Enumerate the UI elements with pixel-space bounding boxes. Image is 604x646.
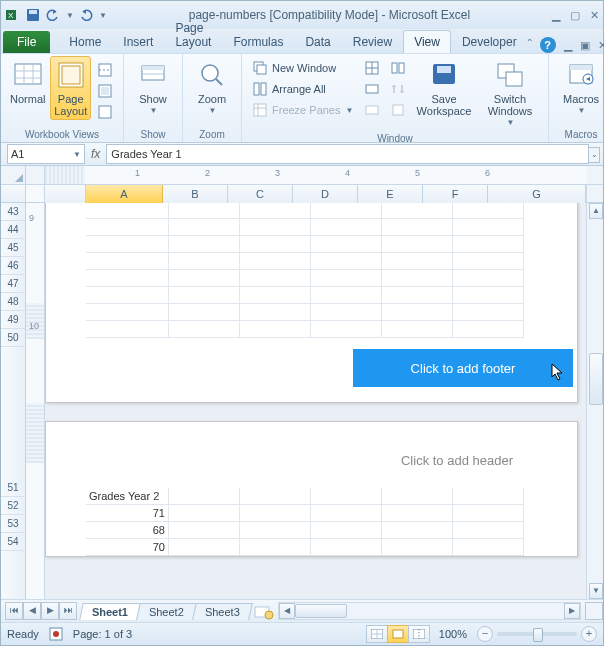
zoom-in-button[interactable]: + [581,626,597,642]
tab-page-layout[interactable]: Page Layout [164,16,222,53]
undo-dropdown-icon[interactable]: ▼ [66,11,74,20]
cell[interactable]: 71 [86,505,169,522]
zoom-out-button[interactable]: − [477,626,493,642]
undo-icon[interactable] [45,7,61,23]
full-screen-button[interactable] [93,102,117,122]
scroll-left-icon[interactable]: ◀ [279,603,295,619]
row-header[interactable]: 50 [1,329,25,347]
sheet-nav-first-icon[interactable]: ⏮ [5,602,23,620]
doc-restore-icon[interactable]: ▣ [580,39,590,52]
new-window-button[interactable]: New Window [248,58,358,78]
scroll-up-icon[interactable]: ▲ [589,203,603,219]
row-header[interactable]: 53 [1,515,25,533]
row-header[interactable]: 48 [1,293,25,311]
scroll-down-icon[interactable]: ▼ [589,583,603,599]
tab-insert[interactable]: Insert [112,30,164,53]
row-header[interactable]: 51 [1,479,25,497]
tab-view[interactable]: View [403,30,451,53]
sheet-nav-prev-icon[interactable]: ◀ [23,602,41,620]
row-header[interactable]: 49 [1,311,25,329]
cell[interactable]: Grades Year 2 [86,488,169,505]
macros-button[interactable]: Macros ▼ [555,56,604,120]
redo-icon[interactable] [78,7,94,23]
zoom-thumb[interactable] [533,628,543,642]
help-icon[interactable]: ? [540,37,556,53]
minimize-icon[interactable]: ▁ [552,9,560,22]
save-icon[interactable] [25,7,41,23]
formula-bar-expand-icon[interactable]: ⌄ [588,147,600,163]
column-header-e[interactable]: E [358,185,423,203]
grid-page1[interactable] [86,203,537,338]
sheet-tab-1[interactable]: Sheet1 [79,603,141,620]
maximize-icon[interactable]: ▢ [570,9,580,22]
page-layout-view-button[interactable]: Page Layout [50,56,91,120]
vertical-scrollbar[interactable]: ▲ ▼ [586,203,603,599]
row-header[interactable]: 44 [1,221,25,239]
column-header-c[interactable]: C [228,185,293,203]
view-side-by-side-button[interactable] [386,58,410,78]
macro-record-icon[interactable] [49,627,63,641]
grid-page2[interactable]: Grades Year 2 71 68 70 [86,488,537,556]
row-header[interactable]: 46 [1,257,25,275]
horizontal-ruler[interactable]: 1 2 3 4 5 6 [45,166,587,185]
row-header[interactable]: 45 [1,239,25,257]
scroll-right-icon[interactable]: ▶ [564,603,580,619]
column-header-f[interactable]: F [423,185,488,203]
sheet-tab-3[interactable]: Sheet3 [192,603,252,620]
name-box[interactable]: A1 ▼ [7,144,85,164]
tab-home[interactable]: Home [58,30,112,53]
doc-close-icon[interactable]: ✕ [598,39,604,52]
normal-view-shortcut[interactable] [366,625,388,643]
sheet-tab-2[interactable]: Sheet2 [136,603,196,620]
row-header[interactable]: 54 [1,533,25,551]
column-header-b[interactable]: B [163,185,228,203]
column-header-a[interactable]: A [86,185,163,203]
zoom-button[interactable]: Zoom ▼ [189,56,235,120]
normal-view-button[interactable]: Normal [7,56,48,108]
switch-windows-button[interactable]: Switch Windows ▼ [478,56,542,132]
page-layout-shortcut[interactable] [387,625,409,643]
sheet-nav-last-icon[interactable]: ⏭ [59,602,77,620]
horizontal-scrollbar[interactable]: ◀ ▶ [278,602,581,620]
new-sheet-icon[interactable] [254,606,274,620]
name-box-dropdown-icon[interactable]: ▼ [73,150,81,159]
reset-window-position-button[interactable] [386,100,410,120]
split-button[interactable] [360,58,384,78]
column-header-d[interactable]: D [293,185,358,203]
custom-views-button[interactable] [93,81,117,101]
cell[interactable]: 68 [86,522,169,539]
hide-button[interactable] [360,79,384,99]
tab-data[interactable]: Data [294,30,341,53]
sheet-nav-next-icon[interactable]: ▶ [41,602,59,620]
select-all-button[interactable] [1,166,26,184]
row-header[interactable]: 47 [1,275,25,293]
tab-developer[interactable]: Developer [451,30,528,53]
show-button[interactable]: Show ▼ [130,56,176,120]
page-break-preview-shortcut[interactable] [408,625,430,643]
arrange-all-button[interactable]: Arrange All [248,79,358,99]
tab-formulas[interactable]: Formulas [222,30,294,53]
row-header[interactable]: 43 [1,203,25,221]
zoom-percent[interactable]: 100% [439,628,467,640]
save-workspace-button[interactable]: Save Workspace [412,56,476,120]
freeze-panes-button[interactable]: Freeze Panes▼ [248,100,358,120]
doc-minimize-icon[interactable]: ▁ [564,39,572,52]
footer-placeholder[interactable]: Click to add footer [353,349,573,387]
vertical-ruler[interactable]: 9 10 [26,203,45,599]
formula-bar[interactable]: Grades Year 1 ⌄ [106,144,589,164]
file-tab[interactable]: File [3,31,50,53]
cell[interactable]: 70 [86,539,169,556]
unhide-button[interactable] [360,100,384,120]
vscroll-thumb[interactable] [589,353,603,405]
column-header-g[interactable]: G [488,185,586,203]
hscroll-thumb[interactable] [295,604,347,618]
header-placeholder[interactable]: Click to add header [401,453,513,468]
tab-review[interactable]: Review [342,30,403,53]
page-break-preview-button[interactable] [93,60,117,80]
close-icon[interactable]: ✕ [590,9,599,22]
synchronous-scrolling-button[interactable] [386,79,410,99]
zoom-track[interactable] [497,632,577,636]
row-header[interactable]: 52 [1,497,25,515]
fx-icon[interactable]: fx [91,147,100,161]
minimize-ribbon-icon[interactable]: ˆ [528,38,532,52]
